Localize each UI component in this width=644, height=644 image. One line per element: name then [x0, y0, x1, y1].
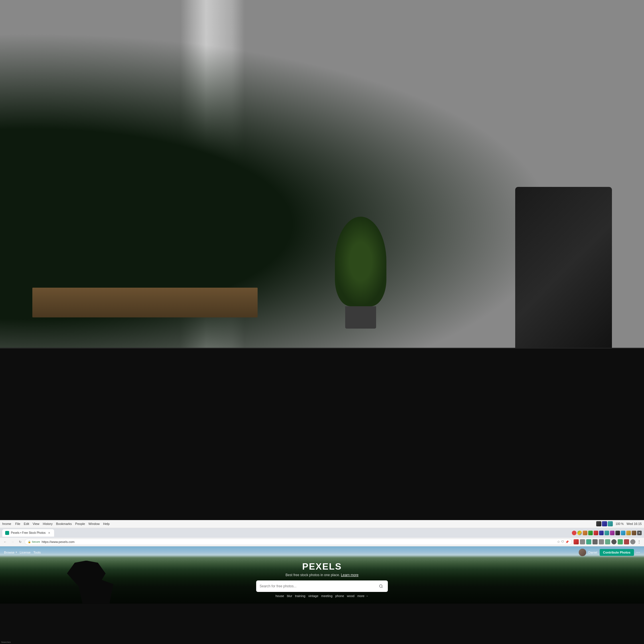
office-background: [0, 0, 309, 309]
desk: [32, 288, 258, 309]
office-photo: [0, 0, 309, 309]
